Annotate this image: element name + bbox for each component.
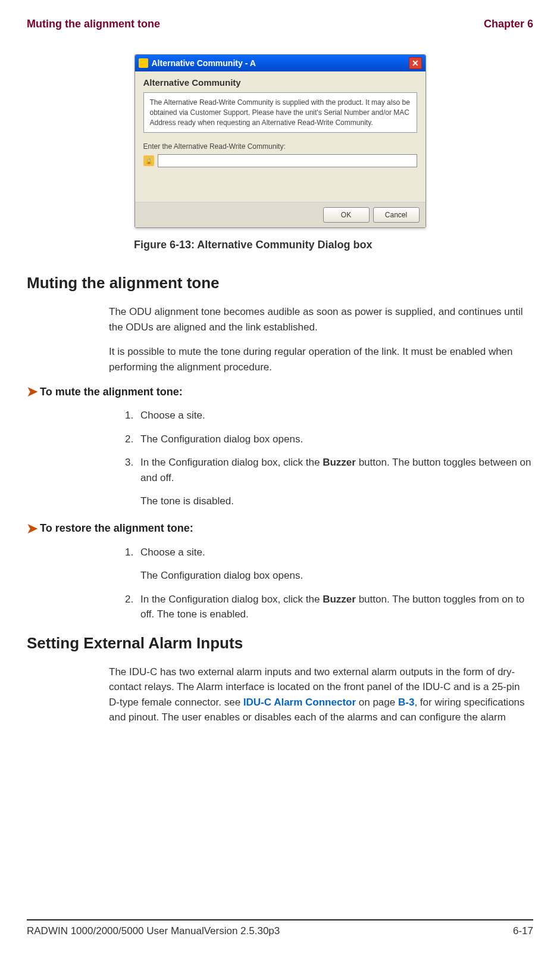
section-heading-alarm: Setting External Alarm Inputs — [27, 634, 533, 653]
page-header-left: Muting the alignment tone — [27, 18, 160, 30]
step-continuation: The tone is disabled. — [140, 494, 533, 509]
link-page-b3[interactable]: B-3 — [398, 697, 414, 708]
list-item: 1. Choose a site. — [125, 545, 533, 560]
step-list-restore: 1. Choose a site. The Configuration dial… — [125, 545, 533, 622]
step-list-mute: 1. Choose a site. 2. The Configuration d… — [125, 408, 533, 509]
page-header-right: Chapter 6 — [484, 18, 533, 30]
dialog-info-text: The Alternative Read-Write Community is … — [143, 92, 417, 133]
list-item: 2. In the Configuration dialog box, clic… — [125, 592, 533, 622]
page-footer: RADWIN 1000/2000/5000 User ManualVersion… — [27, 919, 533, 937]
procedure-heading-restore: ➤ To restore the alignment tone: — [27, 521, 533, 536]
lock-icon: 🔒 — [143, 155, 154, 166]
dialog-heading: Alternative Community — [143, 77, 417, 88]
body-paragraph: It is possible to mute the tone during r… — [109, 344, 533, 374]
community-input[interactable] — [158, 154, 417, 167]
ok-button[interactable]: OK — [323, 207, 370, 223]
link-idu-c-alarm[interactable]: IDU-C Alarm Connector — [243, 697, 356, 708]
dialog-app-icon — [139, 58, 148, 68]
list-item: 3. In the Configuration dialog box, clic… — [125, 455, 533, 485]
section-heading-muting: Muting the alignment tone — [27, 274, 533, 292]
dialog-titlebar: Alternative Community - A ✕ — [135, 55, 426, 71]
procedure-heading-text: To mute the alignment tone: — [40, 386, 183, 398]
alternative-community-dialog: Alternative Community - A ✕ Alternative … — [134, 54, 426, 228]
dialog-field-label: Enter the Alternative Read-Write Communi… — [143, 142, 417, 151]
dialog-title: Alternative Community - A — [152, 58, 256, 68]
list-item: 2. The Configuration dialog box opens. — [125, 432, 533, 447]
footer-left: RADWIN 1000/2000/5000 User ManualVersion… — [27, 925, 280, 937]
dialog-screenshot-container: Alternative Community - A ✕ Alternative … — [27, 54, 533, 228]
procedure-heading-text: To restore the alignment tone: — [40, 522, 193, 535]
body-paragraph: The ODU alignment tone becomes audible a… — [109, 304, 533, 335]
chevron-right-icon: ➤ — [27, 521, 37, 536]
cancel-button[interactable]: Cancel — [373, 207, 420, 223]
procedure-heading-mute: ➤ To mute the alignment tone: — [27, 384, 533, 400]
close-icon[interactable]: ✕ — [409, 57, 422, 69]
list-item: 1. Choose a site. — [125, 408, 533, 423]
body-paragraph: The IDU-C has two external alarm inputs … — [109, 664, 533, 725]
footer-right: 6-17 — [513, 925, 533, 937]
chevron-right-icon: ➤ — [27, 384, 37, 400]
step-continuation: The Configuration dialog box opens. — [140, 568, 533, 583]
figure-caption: Figure 6-13: Alternative Community Dialo… — [86, 239, 533, 251]
